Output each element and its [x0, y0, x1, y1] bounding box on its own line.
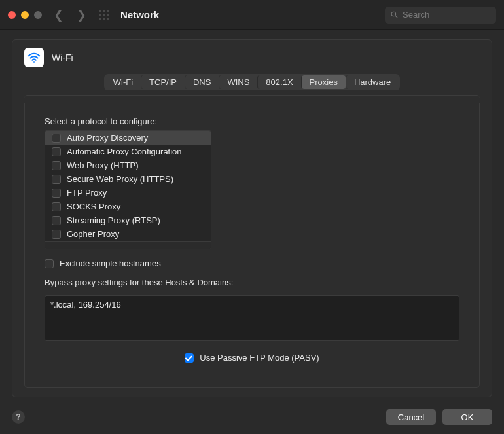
select-protocol-label: Select a protocol to configure: — [45, 117, 459, 126]
wifi-icon — [24, 48, 44, 67]
svg-point-2 — [33, 61, 35, 63]
protocol-label: SOCKS Proxy — [67, 202, 120, 211]
minimize-window-button[interactable] — [21, 11, 29, 19]
close-window-button[interactable] — [8, 11, 16, 19]
protocol-checkbox[interactable] — [52, 161, 61, 170]
help-button[interactable]: ? — [12, 410, 25, 424]
protocol-label: Secure Web Proxy (HTTPS) — [67, 174, 173, 184]
protocol-list[interactable]: Auto Proxy DiscoveryAutomatic Proxy Conf… — [45, 130, 211, 249]
tab-802-1x[interactable]: 802.1X — [257, 75, 300, 89]
protocol-row[interactable]: Auto Proxy Discovery — [45, 131, 211, 145]
interface-header: Wi-Fi — [24, 48, 480, 67]
exclude-simple-hostnames-label: Exclude simple hostnames — [60, 259, 161, 268]
protocol-label: Gopher Proxy — [67, 229, 119, 239]
protocol-row[interactable]: SOCKS Proxy — [45, 200, 211, 213]
exclude-simple-hostnames-row[interactable]: Exclude simple hostnames — [45, 259, 459, 268]
protocol-checkbox[interactable] — [52, 147, 61, 156]
protocol-row[interactable]: Secure Web Proxy (HTTPS) — [45, 172, 211, 186]
tab-bar: Wi-FiTCP/IPDNSWINS802.1XProxiesHardware — [104, 74, 401, 90]
protocol-row[interactable]: Web Proxy (HTTP) — [45, 158, 211, 172]
protocol-label: Automatic Proxy Configuration — [67, 147, 182, 156]
protocol-row[interactable]: FTP Proxy — [45, 186, 211, 200]
search-field[interactable]: Search — [385, 7, 496, 24]
protocol-label: Auto Proxy Discovery — [67, 133, 148, 143]
forward-button[interactable]: ❯ — [77, 8, 86, 22]
bypass-hosts-value: *.local, 169.254/16 — [50, 300, 121, 310]
protocol-row[interactable]: Automatic Proxy Configuration — [45, 145, 211, 158]
show-all-icon[interactable] — [98, 9, 110, 21]
exclude-simple-hostnames-checkbox[interactable] — [45, 259, 54, 268]
protocol-label: Streaming Proxy (RTSP) — [67, 215, 160, 225]
protocol-label: FTP Proxy — [67, 188, 107, 198]
protocol-row[interactable]: Streaming Proxy (RTSP) — [45, 213, 211, 227]
cancel-button[interactable]: Cancel — [386, 409, 436, 425]
tab-wins[interactable]: WINS — [219, 75, 257, 89]
back-button[interactable]: ❮ — [54, 8, 63, 22]
tab-proxies[interactable]: Proxies — [301, 75, 346, 89]
protocol-label: Web Proxy (HTTP) — [67, 160, 139, 170]
tab-hardware[interactable]: Hardware — [346, 75, 399, 89]
zoom-window-button[interactable] — [34, 11, 42, 19]
dialog-footer: ? Cancel OK — [0, 405, 504, 434]
svg-line-1 — [395, 16, 397, 18]
window-title: Network — [120, 9, 159, 20]
search-placeholder: Search — [403, 10, 429, 20]
protocol-checkbox[interactable] — [52, 175, 61, 184]
window-controls — [8, 11, 42, 19]
ok-button[interactable]: OK — [442, 409, 492, 425]
protocol-checkbox[interactable] — [52, 134, 61, 143]
interface-name: Wi-Fi — [52, 52, 73, 63]
protocol-checkbox[interactable] — [52, 230, 61, 239]
passive-ftp-label: Use Passive FTP Mode (PASV) — [200, 353, 319, 363]
passive-ftp-checkbox[interactable] — [185, 353, 194, 363]
network-preferences-window: ❮ ❯ Network Search Wi-Fi Wi-FiTC — [0, 0, 504, 434]
protocol-list-footer — [45, 241, 211, 249]
titlebar: ❮ ❯ Network Search — [0, 0, 504, 30]
protocol-checkbox[interactable] — [52, 216, 61, 225]
tab-dns[interactable]: DNS — [185, 75, 219, 89]
passive-ftp-row[interactable]: Use Passive FTP Mode (PASV) — [45, 353, 459, 363]
protocol-checkbox[interactable] — [52, 202, 61, 211]
nav-arrows: ❮ ❯ — [54, 8, 86, 22]
tab-tcp-ip[interactable]: TCP/IP — [141, 75, 185, 89]
svg-point-0 — [391, 12, 396, 16]
protocol-checkbox[interactable] — [52, 189, 61, 198]
proxies-pane: Select a protocol to configure: Auto Pro… — [24, 103, 480, 388]
tab-wi-fi[interactable]: Wi-Fi — [105, 75, 141, 89]
bypass-label: Bypass proxy settings for these Hosts & … — [45, 278, 459, 287]
bypass-hosts-field[interactable]: *.local, 169.254/16 — [45, 295, 459, 341]
settings-panel: Wi-Fi Wi-FiTCP/IPDNSWINS802.1XProxiesHar… — [12, 39, 492, 397]
protocol-row[interactable]: Gopher Proxy — [45, 227, 211, 241]
search-icon — [390, 10, 399, 19]
